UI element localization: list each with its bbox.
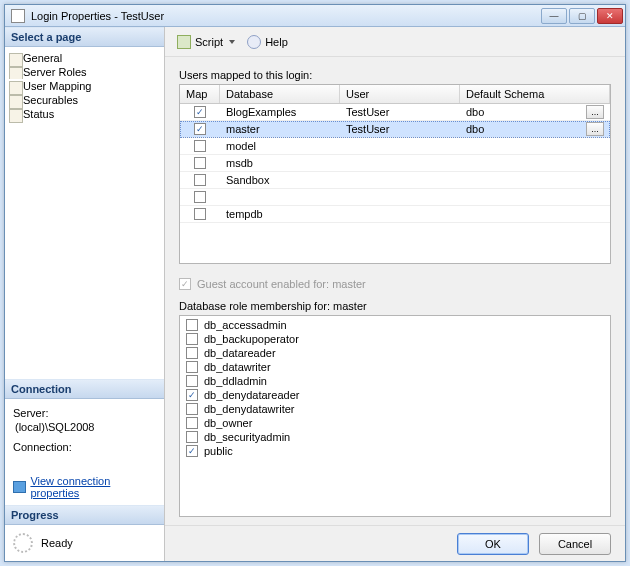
server-value: (local)\SQL2008 — [15, 421, 156, 433]
maximize-button[interactable]: ▢ — [569, 8, 595, 24]
role-item[interactable]: db_backupoperator — [184, 332, 606, 346]
progress-status: Ready — [41, 537, 73, 549]
schema-browse-button[interactable]: ... — [586, 105, 604, 119]
role-label: db_backupoperator — [204, 333, 299, 345]
cell-user: TestUser — [340, 106, 460, 118]
chevron-down-icon — [229, 40, 235, 44]
select-page-header: Select a page — [5, 27, 164, 47]
role-item[interactable]: db_ddladmin — [184, 374, 606, 388]
connection-properties-icon — [13, 481, 26, 493]
progress-header: Progress — [5, 505, 164, 525]
page-user-mapping[interactable]: User Mapping — [5, 79, 164, 93]
role-label: db_securityadmin — [204, 431, 290, 443]
col-map: Map — [180, 85, 220, 103]
role-checkbox[interactable]: ✓ — [186, 389, 198, 401]
table-row[interactable]: Sandbox — [180, 172, 610, 189]
connection-section: Server: (local)\SQL2008 Connection: View… — [5, 399, 164, 505]
role-label: db_owner — [204, 417, 252, 429]
role-label: db_ddladmin — [204, 375, 267, 387]
right-panel: Script Help Users mapped to this login: … — [165, 27, 625, 561]
cell-user: TestUser — [340, 123, 460, 135]
cell-database: tempdb — [220, 208, 340, 220]
role-checkbox[interactable] — [186, 347, 198, 359]
role-checkbox[interactable] — [186, 403, 198, 415]
cell-database: master — [220, 123, 340, 135]
minimize-button[interactable]: — — [541, 8, 567, 24]
page-securables[interactable]: Securables — [5, 93, 164, 107]
window-title: Login Properties - TestUser — [31, 10, 541, 22]
page-general[interactable]: General — [5, 51, 164, 65]
map-checkbox[interactable] — [194, 140, 206, 152]
role-label: db_datawriter — [204, 361, 271, 373]
server-label: Server: — [13, 407, 156, 419]
role-checkbox[interactable] — [186, 361, 198, 373]
role-checkbox[interactable] — [186, 333, 198, 345]
users-mapped-label: Users mapped to this login: — [179, 69, 611, 81]
script-button[interactable]: Script — [173, 33, 239, 51]
role-item[interactable]: db_datawriter — [184, 360, 606, 374]
grid-header: Map Database User Default Schema — [180, 85, 610, 104]
left-panel: Select a page General Server Roles User … — [5, 27, 165, 561]
role-item[interactable]: db_denydatawriter — [184, 402, 606, 416]
pages-list: General Server Roles User Mapping Secura… — [5, 47, 164, 125]
help-button[interactable]: Help — [243, 33, 292, 51]
guest-checkbox: ✓ — [179, 278, 191, 290]
map-checkbox[interactable] — [194, 191, 206, 203]
role-label: db_denydatareader — [204, 389, 299, 401]
role-label: db_datareader — [204, 347, 276, 359]
guest-label: Guest account enabled for: master — [197, 278, 366, 290]
script-icon — [177, 35, 191, 49]
map-checkbox[interactable] — [194, 208, 206, 220]
role-item[interactable]: db_securityadmin — [184, 430, 606, 444]
progress-section: Ready — [5, 525, 164, 561]
role-item[interactable]: db_datareader — [184, 346, 606, 360]
role-checkbox[interactable] — [186, 417, 198, 429]
dialog-footer: OK Cancel — [165, 525, 625, 561]
table-row[interactable]: ✓masterTestUserdbo... — [180, 121, 610, 138]
cell-database: BlogExamples — [220, 106, 340, 118]
app-icon — [11, 9, 25, 23]
cell-database: Sandbox — [220, 174, 340, 186]
view-connection-properties-link[interactable]: View connection properties — [30, 475, 156, 499]
table-row[interactable]: ✓BlogExamplesTestUserdbo... — [180, 104, 610, 121]
guest-account-row: ✓ Guest account enabled for: master — [179, 278, 611, 290]
role-label: db_accessadmin — [204, 319, 287, 331]
toolbar: Script Help — [165, 27, 625, 57]
map-checkbox[interactable]: ✓ — [194, 106, 206, 118]
role-checkbox[interactable]: ✓ — [186, 445, 198, 457]
table-row[interactable] — [180, 189, 610, 206]
col-schema: Default Schema — [460, 85, 610, 103]
role-label: public — [204, 445, 233, 457]
table-row[interactable]: msdb — [180, 155, 610, 172]
dialog-window: Login Properties - TestUser — ▢ ✕ Select… — [4, 4, 626, 562]
titlebar[interactable]: Login Properties - TestUser — ▢ ✕ — [5, 5, 625, 27]
cell-schema: dbo... — [460, 105, 610, 119]
cell-schema: dbo... — [460, 122, 610, 136]
ok-button[interactable]: OK — [457, 533, 529, 555]
table-row[interactable]: tempdb — [180, 206, 610, 223]
col-user: User — [340, 85, 460, 103]
role-checkbox[interactable] — [186, 375, 198, 387]
help-icon — [247, 35, 261, 49]
map-checkbox[interactable]: ✓ — [194, 123, 206, 135]
role-item[interactable]: db_accessadmin — [184, 318, 606, 332]
role-item[interactable]: ✓db_denydatareader — [184, 388, 606, 402]
connection-header: Connection — [5, 379, 164, 399]
cancel-button[interactable]: Cancel — [539, 533, 611, 555]
map-checkbox[interactable] — [194, 157, 206, 169]
role-checkbox[interactable] — [186, 319, 198, 331]
table-row[interactable]: model — [180, 138, 610, 155]
schema-browse-button[interactable]: ... — [586, 122, 604, 136]
role-item[interactable]: ✓public — [184, 444, 606, 458]
close-button[interactable]: ✕ — [597, 8, 623, 24]
page-server-roles[interactable]: Server Roles — [5, 65, 164, 79]
connection-value — [15, 455, 156, 467]
users-mapped-grid[interactable]: Map Database User Default Schema ✓BlogEx… — [179, 84, 611, 264]
cell-database: model — [220, 140, 340, 152]
page-status[interactable]: Status — [5, 107, 164, 121]
role-checkbox[interactable] — [186, 431, 198, 443]
roles-list[interactable]: db_accessadmindb_backupoperatordb_datare… — [179, 315, 611, 517]
role-item[interactable]: db_owner — [184, 416, 606, 430]
map-checkbox[interactable] — [194, 174, 206, 186]
cell-database: msdb — [220, 157, 340, 169]
